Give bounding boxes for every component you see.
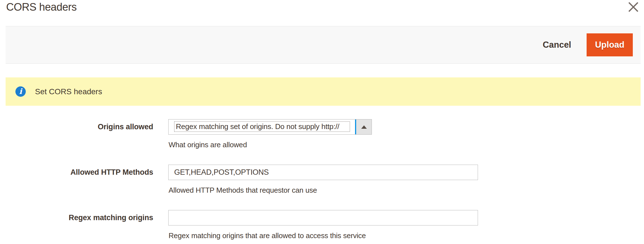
close-icon: [627, 1, 640, 13]
chevron-up-icon: [361, 125, 367, 129]
origins-allowed-combobox: Regex matching set of origins. Do not su…: [168, 119, 372, 135]
regex-matching-origins-input[interactable]: [168, 210, 478, 225]
origins-allowed-note: What origins are allowed: [169, 141, 372, 149]
form-row-regex-matching-origins: Regex matching origins Regex matching or…: [0, 210, 644, 240]
upload-button[interactable]: Upload: [587, 33, 633, 56]
cors-headers-panel: CORS headers Cancel Upload i Set CORS he…: [0, 0, 644, 244]
action-toolbar: Cancel Upload: [6, 26, 641, 64]
origins-allowed-input[interactable]: Regex matching set of origins. Do not su…: [169, 119, 355, 134]
info-icon-glyph: i: [19, 88, 22, 95]
info-banner: i Set CORS headers: [6, 77, 641, 106]
cors-form: Origins allowed Regex matching set of or…: [0, 119, 644, 240]
origins-allowed-dropdown-button[interactable]: [356, 119, 372, 134]
page-title: CORS headers: [6, 1, 77, 13]
allowed-http-methods-input[interactable]: [168, 165, 478, 180]
origins-allowed-label: Origins allowed: [0, 119, 153, 149]
panel-header: CORS headers: [0, 0, 644, 26]
allowed-http-methods-field: Allowed HTTP Methods that requestor can …: [168, 165, 478, 195]
origins-allowed-value: Regex matching set of origins. Do not su…: [174, 121, 350, 132]
origins-allowed-field: Regex matching set of origins. Do not su…: [168, 119, 372, 149]
allowed-http-methods-note: Allowed HTTP Methods that requestor can …: [169, 186, 478, 195]
form-row-origins-allowed: Origins allowed Regex matching set of or…: [0, 119, 644, 149]
info-icon: i: [15, 86, 26, 97]
allowed-http-methods-label: Allowed HTTP Methods: [0, 165, 153, 195]
cancel-button[interactable]: Cancel: [543, 40, 571, 50]
regex-matching-origins-field: Regex matching origins that are allowed …: [168, 210, 478, 240]
regex-matching-origins-label: Regex matching origins: [0, 210, 153, 240]
close-button[interactable]: [627, 1, 640, 13]
banner-text: Set CORS headers: [35, 87, 102, 96]
regex-matching-origins-note: Regex matching origins that are allowed …: [169, 231, 478, 240]
form-row-allowed-http-methods: Allowed HTTP Methods Allowed HTTP Method…: [0, 165, 644, 195]
